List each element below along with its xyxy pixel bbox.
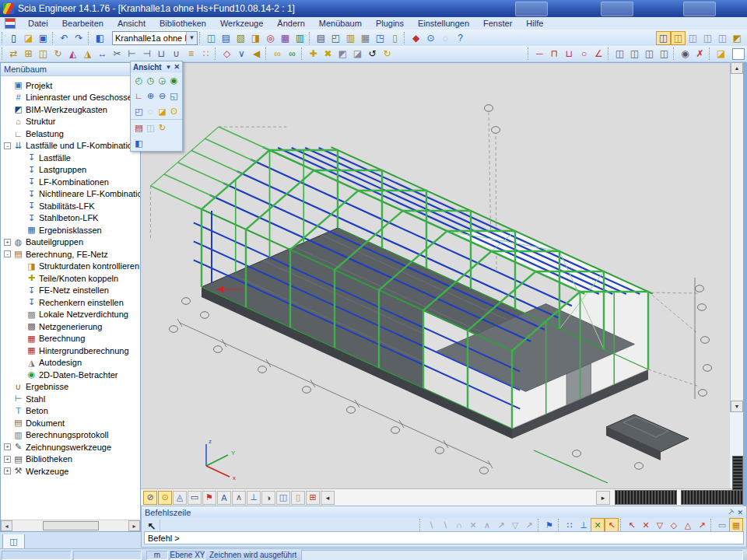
measure-icon[interactable]: ▭ [715, 518, 729, 532]
tree-item-lastfälle-und-lf-kombinationen[interactable]: -⇊Lastfälle und LF-Kombinationen [1, 140, 140, 152]
menu-werkzeuge[interactable]: Werkzeuge [213, 19, 270, 28]
zoom-all-icon[interactable]: ◰ [133, 105, 145, 117]
tree-item-stahl[interactable]: ⊢Stahl [1, 393, 140, 405]
show-loads-icon[interactable]: ∧ [232, 491, 246, 505]
extend-icon[interactable]: ⊢ [124, 47, 139, 61]
collapse-toggle-icon[interactable]: - [4, 250, 11, 257]
docked-window-bar-2[interactable] [681, 490, 743, 505]
scale-icon[interactable]: ◮ [80, 47, 95, 61]
cursor-flag-icon[interactable]: ⚑ [542, 518, 556, 532]
snap-peak-icon[interactable]: ∧ [480, 518, 494, 532]
zoom-selection-icon[interactable]: ◌ [145, 105, 156, 117]
combo-dropdown-icon[interactable]: ▼ [186, 32, 197, 44]
document-icon[interactable]: ▯ [388, 31, 402, 45]
tree-item-stabilitäts-lfk[interactable]: ↧Stabilitäts-LFK [1, 200, 140, 212]
tree-item-2d-daten-betrachter[interactable]: ◉2D-Daten-Betrachter [1, 369, 140, 381]
drawing-window-3-icon[interactable]: ◫ [642, 47, 657, 61]
tree-item-belastung[interactable]: ∟Belastung [1, 128, 140, 140]
scroll-down-icon[interactable]: ▼ [731, 401, 743, 412]
zoom-in-icon[interactable]: ⊕ [145, 89, 156, 102]
drawing-window-1-icon[interactable]: ◫ [612, 47, 627, 61]
palette-header[interactable]: Ansicht ▼ ✕ [131, 61, 182, 72]
drawing-window-4-icon[interactable]: ◫ [657, 47, 672, 61]
tree-item-fe-netz-einstellen[interactable]: ↧FE-Netz einstellen [1, 285, 140, 297]
show-grid-icon[interactable]: ▯ [291, 491, 305, 505]
tree-item-strukturdaten-kontrollieren[interactable]: ◨Strukturdaten kontrollieren [1, 261, 140, 273]
pin-icon[interactable]: ⊤ [725, 507, 735, 517]
menu-bibliotheken[interactable]: Bibliotheken [153, 19, 213, 28]
snap-midpoint-icon[interactable]: ▽ [653, 518, 667, 532]
polyline-edit-icon[interactable]: ◇ [219, 47, 234, 61]
snap-node-icon[interactable]: ↖ [625, 518, 639, 532]
show-ucs-icon[interactable]: ⊥ [247, 491, 261, 505]
tree-item-teile-knoten-koppeln[interactable]: ✚Teile/Knoten koppeln [1, 272, 140, 285]
move-icon[interactable]: ⇄ [6, 47, 21, 61]
print-icon[interactable]: ▤ [314, 31, 328, 45]
print-view-icon[interactable]: ▤ [133, 121, 145, 134]
collapse-toggle-icon[interactable]: - [4, 142, 11, 149]
solid-model-icon[interactable]: ▧ [233, 31, 248, 45]
redo-icon[interactable]: ↷ [72, 31, 86, 45]
view-3d-icon[interactable]: ◧ [133, 137, 145, 149]
viewport-1-icon[interactable]: ◫ [656, 31, 671, 45]
expand-toggle-icon[interactable]: + [4, 456, 11, 463]
menu-ändern[interactable]: Ändern [270, 19, 311, 28]
snap-mid-icon[interactable]: ✕ [591, 518, 605, 532]
scroll-left-icon[interactable]: ◂ [1, 520, 12, 531]
draw-line-icon[interactable]: ─ [532, 47, 547, 61]
toolbar-scroll-left-icon[interactable]: ◂ [321, 491, 335, 505]
stretch-icon[interactable]: ↔ [95, 47, 110, 61]
calculator-icon[interactable]: ▦ [358, 31, 373, 45]
drawing-window-2-icon[interactable]: ◫ [627, 47, 642, 61]
print-preview-icon[interactable]: ◰ [328, 31, 343, 45]
draw-bracket-icon[interactable]: ⊔ [562, 47, 577, 61]
open-icon[interactable]: ◪ [21, 31, 36, 45]
view-x-icon[interactable]: ◴ [133, 74, 145, 86]
mirror-icon[interactable]: ◭ [65, 47, 80, 61]
reverse-icon[interactable]: ◀ [249, 47, 264, 61]
expand-toggle-icon[interactable]: + [4, 239, 11, 246]
viewport-2-icon[interactable]: ◫ [671, 31, 686, 45]
tree-item-ergebnisklassen[interactable]: ▦Ergebnisklassen [1, 224, 140, 236]
snap-perp-icon[interactable]: ◇ [667, 518, 681, 532]
array-icon[interactable]: ∷ [198, 47, 213, 61]
hscroll-right-icon[interactable]: ▸ [596, 491, 610, 505]
docked-window-bar-3[interactable] [732, 456, 743, 490]
tree-item-zeichnungswerkzeuge[interactable]: +✎Zeichnungswerkzeuge [1, 441, 140, 453]
trim-icon[interactable]: ✂ [110, 47, 124, 61]
close-icon[interactable]: ✕ [737, 509, 743, 516]
viewport-3-icon[interactable]: ◫ [686, 31, 700, 45]
draw-angle-icon[interactable]: ∠ [591, 47, 606, 61]
ucs-icon[interactable]: ∟ [133, 89, 145, 102]
scroll-track[interactable] [12, 521, 128, 530]
save-view-icon[interactable]: ◫ [145, 121, 156, 134]
show-dimensions-icon[interactable]: ▭ [188, 491, 202, 505]
bring-front-icon[interactable]: ◩ [335, 47, 350, 61]
connect-members-icon[interactable]: ✚ [306, 47, 321, 61]
tree-item-berechnung[interactable]: ▦Berechnung [1, 333, 140, 345]
tree-item-ergebnisse[interactable]: ∪Ergebnisse [1, 381, 140, 394]
shading-on-icon[interactable]: ⊙ [158, 491, 172, 505]
menu-fenster[interactable]: Fenster [476, 19, 519, 28]
snap-free-icon[interactable]: ∖ [424, 518, 438, 532]
snap-ext-icon[interactable]: ↗ [522, 518, 536, 532]
view-y-icon[interactable]: ◷ [145, 74, 156, 86]
clipboard-icon[interactable]: ◨ [248, 31, 263, 45]
snap-cursor-icon[interactable]: ↖ [605, 518, 619, 532]
rotate-icon[interactable]: ↻ [51, 47, 65, 61]
snap-tangent-icon[interactable]: △ [681, 518, 695, 532]
view-z-icon[interactable]: ◶ [156, 74, 168, 86]
mini-edit-field[interactable] [732, 48, 745, 60]
tree-item-beton[interactable]: TBeton [1, 405, 140, 418]
render-mode-icon[interactable]: ◑ [261, 491, 275, 505]
pointer-cursor-icon[interactable]: ↖ [144, 520, 160, 533]
tree-item-projekt[interactable]: ▣Projekt [1, 79, 140, 92]
show-windows-icon[interactable]: ◫ [276, 491, 290, 505]
tree-item-rechenkern-einstellen[interactable]: ↧Rechenkern einstellen [1, 296, 140, 309]
zoom-window-icon[interactable]: ◱ [168, 89, 180, 102]
ortho-icon[interactable]: ⊥ [577, 518, 591, 532]
tree-item-dokument[interactable]: ▤Dokument [1, 417, 140, 429]
draw-circle-icon[interactable]: ○ [577, 47, 591, 61]
menu-ansicht[interactable]: Ansicht [110, 19, 153, 28]
multicopy-icon[interactable]: ◫ [36, 47, 51, 61]
